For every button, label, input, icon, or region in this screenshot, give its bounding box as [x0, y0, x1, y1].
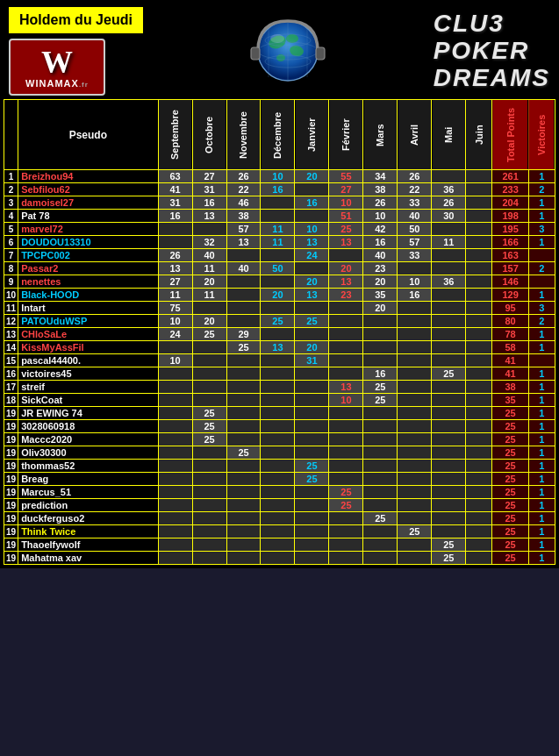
- cell-avr: [398, 262, 432, 275]
- cell-victoires: 1: [528, 367, 555, 381]
- cell-pseudo: Maccc2020: [18, 433, 158, 446]
- cell-mai: [432, 302, 466, 315]
- col-mai: Mai: [432, 100, 466, 170]
- cell-sep: [158, 446, 192, 460]
- cell-dec: 11: [261, 223, 295, 236]
- cell-victoires: 1: [528, 473, 555, 486]
- cell-mai: 30: [432, 210, 466, 223]
- cell-total: 25: [492, 460, 528, 473]
- cell-nov: [226, 354, 261, 367]
- cell-fev: [329, 512, 363, 525]
- cell-mai: 25: [432, 538, 466, 552]
- cell-victoires: 2: [528, 262, 555, 275]
- cell-rank: 19: [4, 512, 18, 525]
- cell-avr: [398, 433, 432, 446]
- cell-nov: [226, 289, 261, 302]
- cell-total: 25: [492, 420, 528, 433]
- cell-juin: [466, 499, 492, 512]
- cell-mar: [363, 538, 398, 552]
- header: Holdem du Jeudi W WINAMAX.fr: [0, 0, 559, 99]
- cell-victoires: 1: [528, 538, 555, 552]
- cell-victoires: 1: [528, 486, 555, 499]
- cell-avr: [398, 328, 432, 341]
- table-row: 19JR EWING 7425251: [4, 407, 555, 420]
- cell-rank: 5: [4, 223, 18, 236]
- cell-pseudo: Marcus_51: [18, 486, 158, 499]
- cell-fev: [329, 328, 363, 341]
- cell-mai: [432, 473, 466, 486]
- cell-pseudo: Sebfilou62: [18, 183, 158, 196]
- cell-mai: 26: [432, 196, 466, 210]
- cell-pseudo: thommas52: [18, 460, 158, 473]
- cell-victoires: [528, 249, 555, 262]
- cell-victoires: 1: [528, 460, 555, 473]
- cell-mai: [432, 328, 466, 341]
- cell-oct: [192, 486, 226, 499]
- cell-rank: 12: [4, 315, 18, 328]
- cell-dec: [261, 367, 295, 381]
- cell-oct: [192, 499, 226, 512]
- cell-nov: [226, 538, 261, 552]
- cell-pseudo: Think Twice: [18, 525, 158, 538]
- winamax-logo: W WINAMAX.fr: [9, 39, 105, 96]
- col-octobre: Octobre: [192, 100, 226, 170]
- cell-oct: [192, 473, 226, 486]
- cell-sep: 11: [158, 289, 192, 302]
- cell-total: 233: [492, 183, 528, 196]
- cell-pseudo: DOUDOU13310: [18, 236, 158, 249]
- cell-mai: [432, 433, 466, 446]
- cell-total: 166: [492, 236, 528, 249]
- header-center: [143, 14, 434, 89]
- cell-oct: [192, 367, 226, 381]
- cell-victoires: 1: [528, 381, 555, 394]
- cell-jan: [295, 262, 329, 275]
- cell-mar: 10: [363, 210, 398, 223]
- cell-oct: 32: [192, 236, 226, 249]
- cell-jan: [295, 328, 329, 341]
- cell-pseudo: PATOUduWSP: [18, 315, 158, 328]
- cell-sep: 27: [158, 275, 192, 289]
- col-decembre: Décembre: [261, 100, 295, 170]
- cell-dec: [261, 394, 295, 407]
- cell-pseudo: Pat 78: [18, 210, 158, 223]
- cell-fev: 25: [329, 486, 363, 499]
- cell-dec: 13: [261, 341, 295, 354]
- cell-rank: 18: [4, 394, 18, 407]
- col-rank: [4, 100, 18, 170]
- cell-nov: 13: [226, 236, 261, 249]
- cell-mar: 42: [363, 223, 398, 236]
- cell-mar: 26: [363, 196, 398, 210]
- cell-rank: 8: [4, 262, 18, 275]
- cell-victoires: 2: [528, 183, 555, 196]
- col-victoires: Victoires: [528, 100, 555, 170]
- cell-jan: 24: [295, 249, 329, 262]
- cell-mai: [432, 289, 466, 302]
- cell-oct: 13: [192, 210, 226, 223]
- cell-mar: 16: [363, 236, 398, 249]
- cell-oct: [192, 512, 226, 525]
- cell-sep: [158, 407, 192, 420]
- globe-icon: [244, 14, 332, 89]
- cell-mar: [363, 328, 398, 341]
- col-total: Total Points: [492, 100, 528, 170]
- cell-oct: [192, 460, 226, 473]
- cell-oct: [192, 354, 226, 367]
- cell-rank: 19: [4, 433, 18, 446]
- cell-victoires: 1: [528, 236, 555, 249]
- cell-juin: [466, 249, 492, 262]
- cell-total: 204: [492, 196, 528, 210]
- cell-pseudo: Mahatma xav: [18, 552, 158, 565]
- table-row: 8Passar21311405020231572: [4, 262, 555, 275]
- cell-total: 25: [492, 473, 528, 486]
- cell-avr: 57: [398, 236, 432, 249]
- cell-mai: 25: [432, 552, 466, 565]
- cell-nov: [226, 512, 261, 525]
- cell-dec: [261, 512, 295, 525]
- cell-dec: [261, 538, 295, 552]
- cell-sep: 13: [158, 262, 192, 275]
- col-septembre: Septembre: [158, 100, 192, 170]
- col-avril: Avril: [398, 100, 432, 170]
- cell-rank: 3: [4, 196, 18, 210]
- cell-nov: [226, 381, 261, 394]
- cell-dec: [261, 210, 295, 223]
